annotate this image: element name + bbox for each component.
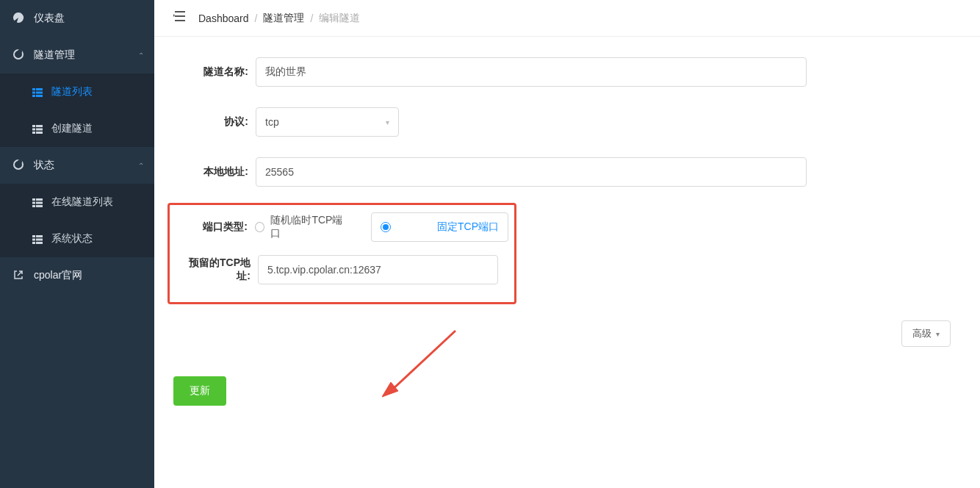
protocol-select[interactable]: tcp ▾ <box>256 107 399 137</box>
external-link-icon <box>12 270 25 282</box>
svg-rect-13 <box>36 198 43 201</box>
svg-rect-7 <box>36 125 43 127</box>
radio-label: 随机临时TCP端口 <box>270 214 348 240</box>
list-icon <box>32 198 43 207</box>
svg-rect-3 <box>36 92 43 94</box>
port-type-fixed-radio[interactable]: 固定TCP端口 <box>371 212 508 242</box>
svg-rect-9 <box>36 129 43 131</box>
svg-rect-21 <box>36 239 43 241</box>
svg-rect-12 <box>32 198 35 201</box>
breadcrumb-sep: / <box>255 12 258 24</box>
chevron-up-icon: ⌃ <box>138 51 144 60</box>
svg-rect-16 <box>32 205 35 207</box>
sidebar-label: cpolar官网 <box>34 269 82 282</box>
radio-icon <box>255 222 264 232</box>
tunnel-name-label: 隧道名称: <box>173 65 256 79</box>
row-tunnel-name: 隧道名称: <box>173 57 951 87</box>
svg-rect-5 <box>36 95 43 97</box>
sidebar-sub-label: 隧道列表 <box>51 85 93 98</box>
svg-rect-6 <box>32 125 35 127</box>
sidebar-sub-label: 在线隧道列表 <box>51 195 113 209</box>
radio-label: 固定TCP端口 <box>437 220 499 234</box>
svg-rect-20 <box>32 239 35 241</box>
gear-outline-icon <box>12 159 25 172</box>
annotation-box: 端口类型: 随机临时TCP端口 固定TCP端口 预留的TCP地址: <box>167 203 516 304</box>
protocol-value: tcp <box>265 116 279 128</box>
list-icon <box>32 234 43 243</box>
svg-rect-0 <box>32 88 35 90</box>
svg-rect-8 <box>32 129 35 131</box>
update-label: 更新 <box>190 384 210 396</box>
content: 隧道名称: 协议: tcp ▾ 本地地址: 端口类型: <box>154 37 980 426</box>
reserved-tcp-label: 预留的TCP地址: <box>176 256 258 283</box>
list-icon <box>32 124 43 133</box>
radio-icon <box>381 222 391 232</box>
main: Dashboard / 隧道管理 / 编辑隧道 隧道名称: 协议: tcp ▾ … <box>154 0 980 488</box>
sidebar-sub-tunnel-list[interactable]: 隧道列表 <box>0 73 154 110</box>
sidebar-sub-tunnel-create[interactable]: 创建隧道 <box>0 110 154 147</box>
reserved-tcp-input[interactable] <box>258 255 498 284</box>
topbar: Dashboard / 隧道管理 / 编辑隧道 <box>154 0 980 37</box>
sidebar: 仪表盘 隧道管理 ⌃ 隧道列表 创建隧道 状态 ⌃ <box>0 0 154 488</box>
svg-rect-18 <box>32 235 35 237</box>
menu-toggle-icon[interactable] <box>173 10 187 26</box>
breadcrumb-item[interactable]: 隧道管理 <box>263 12 304 25</box>
advanced-button[interactable]: 高级 ▾ <box>901 320 951 347</box>
svg-rect-17 <box>36 205 43 207</box>
svg-rect-10 <box>32 132 35 134</box>
list-icon <box>32 87 43 96</box>
gear-outline-icon <box>12 49 25 62</box>
svg-rect-14 <box>32 202 35 204</box>
row-protocol: 协议: tcp ▾ <box>173 107 951 137</box>
svg-rect-22 <box>32 242 35 244</box>
update-button[interactable]: 更新 <box>173 376 226 406</box>
row-port-type: 端口类型: 随机临时TCP端口 固定TCP端口 <box>176 212 508 242</box>
sidebar-item-status[interactable]: 状态 ⌃ <box>0 147 154 184</box>
sidebar-sub-label: 创建隧道 <box>51 122 93 135</box>
row-reserved-tcp: 预留的TCP地址: <box>176 255 508 284</box>
breadcrumb-sep: / <box>310 12 313 24</box>
sidebar-sub-label: 系统状态 <box>51 232 93 245</box>
sidebar-sub-system-status[interactable]: 系统状态 <box>0 220 154 257</box>
breadcrumb-current: 编辑隧道 <box>319 12 360 25</box>
row-local-addr: 本地地址: <box>173 157 951 187</box>
sidebar-label: 状态 <box>34 159 54 172</box>
svg-rect-19 <box>36 235 43 237</box>
sidebar-label: 仪表盘 <box>34 12 65 25</box>
sidebar-item-cpolar-website[interactable]: cpolar官网 <box>0 257 154 294</box>
breadcrumb-item[interactable]: Dashboard <box>198 12 249 24</box>
dashboard-icon <box>12 12 25 26</box>
sidebar-label: 隧道管理 <box>34 49 75 62</box>
sidebar-sub-online-tunnels[interactable]: 在线隧道列表 <box>0 184 154 220</box>
svg-rect-23 <box>36 242 43 244</box>
advanced-label: 高级 <box>912 327 932 340</box>
svg-rect-1 <box>36 88 43 90</box>
port-type-label: 端口类型: <box>176 220 255 234</box>
svg-rect-2 <box>32 92 35 94</box>
chevron-down-icon: ▾ <box>386 118 389 126</box>
caret-down-icon: ▾ <box>936 330 940 338</box>
svg-rect-11 <box>36 132 43 134</box>
svg-rect-4 <box>32 95 35 97</box>
breadcrumb: Dashboard / 隧道管理 / 编辑隧道 <box>198 12 360 25</box>
port-type-random-radio[interactable]: 随机临时TCP端口 <box>255 214 349 240</box>
chevron-up-icon: ⌃ <box>138 162 144 170</box>
protocol-label: 协议: <box>173 115 256 129</box>
sidebar-item-tunnel-manage[interactable]: 隧道管理 ⌃ <box>0 37 154 73</box>
tunnel-name-input[interactable] <box>256 57 807 87</box>
local-addr-input[interactable] <box>256 157 807 187</box>
sidebar-item-dashboard[interactable]: 仪表盘 <box>0 0 154 37</box>
svg-rect-15 <box>36 202 43 204</box>
local-addr-label: 本地地址: <box>173 165 256 179</box>
svg-marker-25 <box>382 382 398 397</box>
